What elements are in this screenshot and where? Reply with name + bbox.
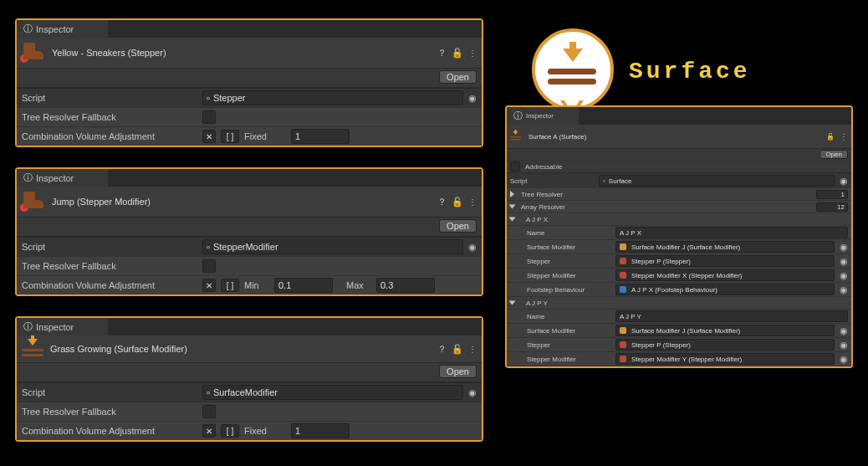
stepper-modifier-label: Stepper Modifier <box>510 272 610 279</box>
label-surface: Surface <box>629 59 751 84</box>
target-icon[interactable]: ◉ <box>840 242 848 253</box>
surface-modifier-icon <box>22 339 45 359</box>
target-icon[interactable]: ◉ <box>840 354 848 365</box>
foldout-icon[interactable] <box>510 191 514 197</box>
script-field[interactable]: ▫Stepper <box>202 90 463 105</box>
name-field[interactable]: A J P Y <box>615 310 848 322</box>
stepper-field[interactable]: Stepper P (Stepper) <box>615 339 835 351</box>
inspector-tab[interactable]: ⓘInspector <box>17 20 109 38</box>
open-button[interactable]: Open <box>819 150 848 159</box>
asset-title: Jump (Stepper Modifier) <box>52 197 432 207</box>
target-icon[interactable]: ◉ <box>840 256 848 267</box>
surface-modifier-field[interactable]: Surface Modifier J (Surface Modifier) <box>615 241 835 253</box>
surface-icon <box>510 131 517 141</box>
fixed-field[interactable]: 1 <box>291 129 350 144</box>
stepper-label: Stepper <box>510 341 610 349</box>
script-field[interactable]: ▫SurfaceModifier <box>202 385 463 400</box>
combo-x-button[interactable]: ✕ <box>202 279 216 292</box>
stepper-modifier-label: Stepper Modifier <box>510 356 610 363</box>
asset-icon <box>620 272 626 279</box>
group-header[interactable]: A J P Y <box>507 296 851 309</box>
max-label: Max <box>346 280 371 290</box>
stepper-label: Stepper <box>510 258 610 265</box>
foldout-icon[interactable] <box>509 301 516 305</box>
asset-icon <box>620 356 626 362</box>
combo-brackets-button[interactable]: [ ] <box>221 424 239 438</box>
name-field[interactable]: A J P X <box>615 227 848 238</box>
asset-title: Yellow - Sneakers (Stepper) <box>52 48 432 58</box>
lock-icon[interactable]: 🔓 <box>452 48 463 59</box>
inspector-tab[interactable]: ⓘInspector <box>17 169 109 187</box>
inspector-tab[interactable]: ⓘInspector <box>507 107 580 125</box>
menu-icon[interactable]: ⋮ <box>840 132 848 141</box>
target-icon[interactable]: ◉ <box>468 242 477 253</box>
surface-icon <box>548 49 598 90</box>
stepper-modifier-field[interactable]: Stepper Modifier Y (Stepper Modifier) <box>615 353 835 365</box>
combo-x-button[interactable]: ✕ <box>202 424 216 438</box>
asset-icon <box>620 286 626 293</box>
combo-brackets-button[interactable]: [ ] <box>221 130 239 143</box>
menu-icon[interactable]: ⋮ <box>468 49 477 58</box>
fixed-field[interactable]: 1 <box>291 423 350 438</box>
fixed-label: Fixed <box>244 131 286 141</box>
combo-brackets-button[interactable]: [ ] <box>221 279 239 292</box>
menu-icon[interactable]: ⋮ <box>468 197 477 207</box>
addressable-checkbox[interactable] <box>510 161 520 172</box>
script-value: StepperModifier <box>213 242 278 252</box>
lock-icon[interactable]: 🔓 <box>826 133 835 141</box>
help-icon[interactable]: ？ <box>437 343 447 356</box>
boot-icon <box>22 190 47 213</box>
tree-resolver-checkbox[interactable] <box>202 259 216 273</box>
target-icon[interactable]: ◉ <box>840 176 848 187</box>
target-icon[interactable]: ◉ <box>840 284 848 295</box>
script-field[interactable]: ▫StepperModifier <box>202 239 463 254</box>
combo-x-button[interactable]: ✕ <box>202 130 216 143</box>
tree-resolver-checkbox[interactable] <box>202 110 216 124</box>
lock-icon[interactable]: 🔓 <box>452 197 463 207</box>
foldout-icon[interactable] <box>509 205 516 209</box>
footstep-field[interactable]: A J P Y (Footstep Behaviour) <box>615 367 835 368</box>
tree-resolver-label: Tree Resolver Fallback <box>22 112 197 122</box>
open-button[interactable]: Open <box>439 219 477 233</box>
target-icon[interactable]: ◉ <box>468 387 477 398</box>
array-resolver-count[interactable]: 12 <box>816 202 848 212</box>
target-icon[interactable]: ◉ <box>840 340 848 351</box>
menu-icon[interactable]: ⋮ <box>468 345 477 354</box>
tree-resolver-checkbox[interactable] <box>202 405 216 418</box>
stepper-modifier-field[interactable]: Stepper Modifier X (Stepper Modifier) <box>615 269 835 281</box>
lock-icon[interactable]: 🔓 <box>452 344 463 355</box>
help-icon[interactable]: ？ <box>437 196 447 208</box>
inspector-panel-stepper: ⓘInspector Yellow - Sneakers (Stepper) ？… <box>15 18 483 147</box>
inspector-panel-stepper-modifier: ⓘInspector Jump (Stepper Modifier) ？🔓⋮ O… <box>15 167 483 296</box>
group-header[interactable]: A J P X <box>507 213 851 225</box>
script-value: SurfaceModifier <box>213 387 278 397</box>
inspector-tab[interactable]: ⓘInspector <box>17 318 109 335</box>
target-icon[interactable]: ◉ <box>840 325 848 336</box>
tree-resolver-count[interactable]: 1 <box>816 190 848 199</box>
stepper-field[interactable]: Stepper P (Stepper) <box>615 255 835 267</box>
surface-modifier-label: Surface Modifier <box>510 327 610 335</box>
foldout-icon[interactable] <box>509 218 516 222</box>
combo-label: Combination Volume Adjustment <box>22 426 197 436</box>
help-icon[interactable]: ？ <box>437 47 447 59</box>
script-label: Script <box>22 387 197 397</box>
target-icon[interactable]: ◉ <box>840 368 848 369</box>
inspector-tab-label: Inspector <box>36 24 74 34</box>
surface-modifier-field[interactable]: Surface Modifier J (Surface Modifier) <box>615 325 835 336</box>
target-icon[interactable]: ◉ <box>840 270 848 281</box>
min-label: Min <box>244 280 269 290</box>
target-icon[interactable]: ◉ <box>468 93 477 104</box>
name-label: Name <box>510 229 610 237</box>
inspector-tab-label: Inspector <box>36 322 74 332</box>
info-icon: ⓘ <box>23 320 33 333</box>
asset-icon <box>620 327 626 334</box>
open-button[interactable]: Open <box>439 365 477 378</box>
footstep-field[interactable]: A J P X (Footstep Behaviour) <box>615 284 835 295</box>
asset-icon <box>620 258 626 264</box>
min-field[interactable]: 0.1 <box>274 278 333 293</box>
open-button[interactable]: Open <box>439 70 477 84</box>
info-icon: ⓘ <box>513 110 523 122</box>
fixed-label: Fixed <box>244 426 286 436</box>
max-field[interactable]: 0.3 <box>376 278 435 293</box>
script-field[interactable]: ▫Surface <box>599 175 835 187</box>
